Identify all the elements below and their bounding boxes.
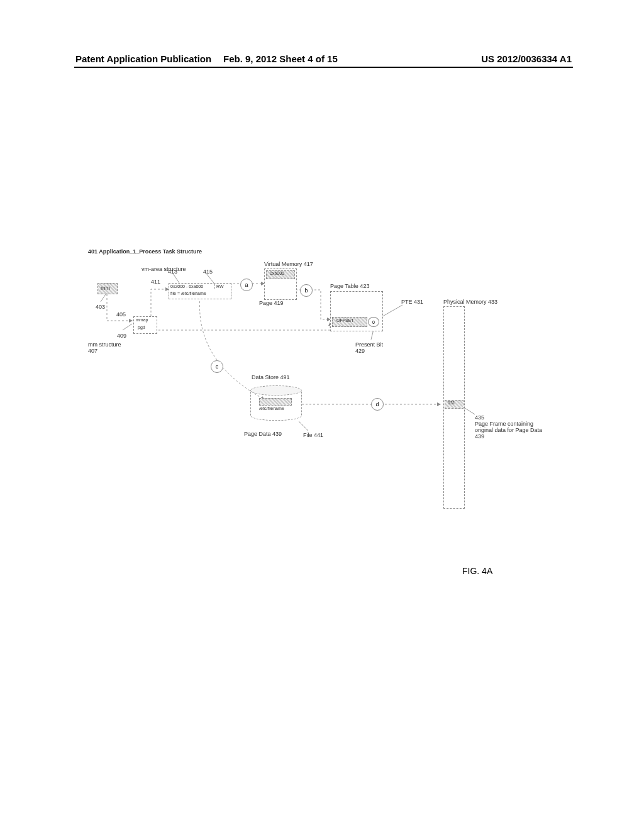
mm-box: mm (97, 283, 118, 294)
page-data-439: Page Data 439 (244, 431, 282, 437)
page-table-label: Page Table 423 (330, 283, 369, 289)
ref-411: 411 (151, 279, 160, 285)
header-left: Patent Application Publication (75, 53, 211, 64)
mmap-label: mmap (136, 318, 148, 322)
vm-addr-cell: 0x6000 (266, 270, 295, 279)
present-bit: Present Bit (355, 341, 383, 348)
header-rule (74, 67, 573, 68)
step-c: c (216, 363, 219, 370)
file-path: /etc/filename (259, 406, 284, 411)
virtual-memory-box: 0x6000 (264, 268, 297, 300)
ref-405: 405 (116, 311, 126, 318)
file-441: File 441 (303, 432, 323, 438)
vm-area-label: vm-area structure (142, 266, 186, 272)
step-b-circle: b (300, 284, 313, 297)
step-d-circle: d (371, 398, 384, 411)
vma-file: file = /etc/filename (170, 291, 206, 296)
header-center: Feb. 9, 2012 Sheet 4 of 15 (223, 53, 338, 64)
pte-flag: 0 (372, 320, 375, 324)
step-b: b (304, 287, 308, 294)
mm-structure: mm structure (88, 341, 121, 348)
file-box (259, 398, 292, 406)
data-store-cylinder: /etc/filename (250, 385, 301, 420)
page-table-box: OFFSET 0 (330, 291, 383, 331)
vma-range: 0x2000 - 0xa000 (170, 284, 203, 289)
pm-addr: 131 (448, 401, 455, 405)
ref-415: 415 (203, 268, 213, 275)
pm-addr-cell: 131 (445, 400, 464, 409)
figure-caption: FIG. 4A (462, 566, 492, 576)
step-a: a (245, 282, 248, 288)
ref-409: 409 (117, 333, 126, 339)
page-frame-desc: Page Frame containing original data for … (475, 421, 544, 440)
step-c-circle: c (211, 360, 223, 373)
virtual-memory-label: Virtual Memory 417 (264, 261, 313, 267)
pte-flag-cell: 0 (368, 317, 379, 327)
mm-struct-box: mmap pgd (133, 316, 157, 334)
vm-area-box: 0x2000 - 0xa000 RW file = /etc/filename (169, 283, 231, 299)
pte-offset: OFFSET (336, 318, 354, 323)
header-right: US 2012/0036334 A1 (481, 53, 572, 64)
vma-perm: RW (214, 284, 224, 289)
data-store-label: Data Store 491 (252, 374, 290, 380)
step-a-circle: a (240, 279, 253, 291)
physical-memory-label: Physical Memory 433 (443, 299, 497, 305)
ref-407: 407 (88, 348, 97, 354)
ref-403: 403 (96, 304, 105, 310)
ref-413: 413 (168, 268, 177, 275)
pgd-label: pgd (138, 325, 145, 329)
ref-429: 429 (355, 348, 365, 354)
pte-431: PTE 431 (401, 299, 423, 305)
mm-text: mm (101, 285, 110, 291)
page-419: Page 419 (259, 300, 284, 306)
connector-lines (88, 248, 553, 519)
vm-addr: 0x6000 (270, 271, 284, 275)
figure-4a: 401 Application_1_Process Task Structure… (88, 248, 553, 519)
step-d: d (375, 401, 379, 407)
diagram-title: 401 Application_1_Process Task Structure (88, 248, 202, 255)
pte-offset-cell: OFFSET (332, 317, 367, 327)
ref-435: 435 (475, 414, 484, 421)
physical-memory-box: 131 (443, 306, 465, 509)
